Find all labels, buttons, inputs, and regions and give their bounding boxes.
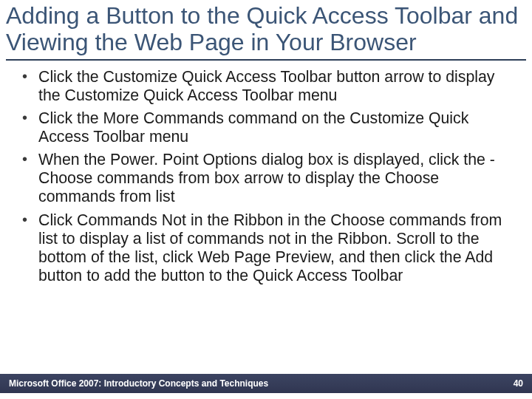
bullet-item: Click Commands Not in the Ribbon in the … — [30, 211, 516, 286]
slide-title: Adding a Button to the Quick Access Tool… — [0, 0, 532, 56]
bullet-item: Click the Customize Quick Access Toolbar… — [30, 68, 516, 105]
slide: Adding a Button to the Quick Access Tool… — [0, 0, 532, 399]
footer-text: Microsoft Office 2007: Introductory Conc… — [9, 378, 268, 389]
footer-bar: Microsoft Office 2007: Introductory Conc… — [0, 374, 532, 393]
page-number: 40 — [514, 378, 523, 389]
bullet-list: Click the Customize Quick Access Toolbar… — [16, 68, 516, 285]
slide-body: Click the Customize Quick Access Toolbar… — [0, 61, 532, 285]
bullet-item: Click the More Commands command on the C… — [30, 109, 516, 146]
bullet-item: When the Power. Point Options dialog box… — [30, 151, 516, 206]
